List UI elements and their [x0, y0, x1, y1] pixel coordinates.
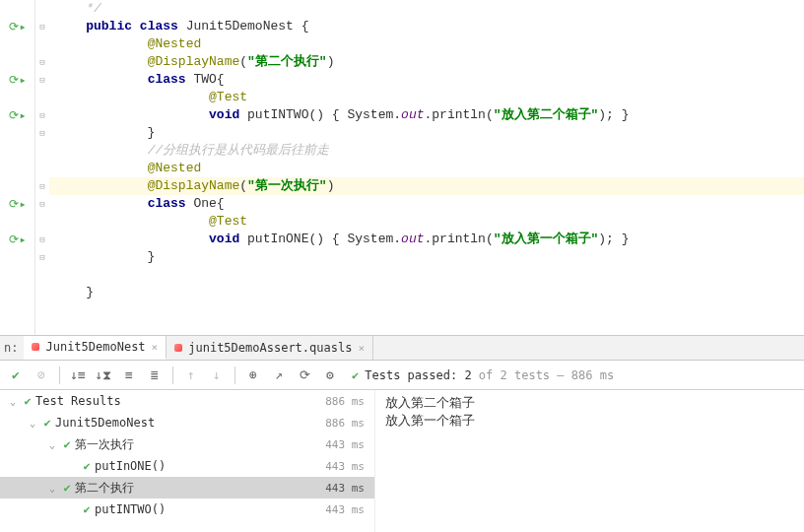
separator: [59, 366, 60, 384]
code-line[interactable]: @Test: [49, 89, 804, 106]
code-line[interactable]: void putINTWO() { System.out.println("放入…: [49, 106, 804, 124]
settings-button[interactable]: ⚙: [318, 364, 342, 387]
fold-toggle[interactable]: ⊟: [35, 124, 49, 142]
test-tree-row[interactable]: ✔putINTWO()443 ms: [0, 499, 374, 520]
run-gutter-icon[interactable]: ⟳▸: [0, 18, 35, 35]
expand-all-button[interactable]: ≡: [117, 364, 141, 387]
pass-icon: ✔: [352, 368, 359, 382]
run-tab[interactable]: Junit5DemoNest×: [24, 336, 167, 360]
tree-twist-icon[interactable]: ⌄: [45, 439, 59, 450]
results-pane: ⌄✔Test Results886 ms⌄✔Junit5DemoNest886 …: [0, 390, 804, 532]
tree-time: 443 ms: [325, 482, 374, 495]
run-gutter-icon[interactable]: ⟳▸: [0, 71, 35, 89]
test-pass-icon: ✔: [79, 459, 95, 473]
fold-toggle[interactable]: ⊟: [35, 177, 49, 195]
separator: [172, 366, 173, 384]
import-tests-button[interactable]: ⊕: [241, 364, 265, 387]
code-line[interactable]: }: [49, 248, 804, 266]
close-icon[interactable]: ×: [152, 341, 159, 354]
tree-twist-icon[interactable]: ⌄: [26, 418, 39, 429]
test-output[interactable]: 放入第二个箱子放入第一个箱子: [374, 390, 804, 532]
tree-label: putInONE(): [95, 459, 325, 473]
run-config-icon: [174, 344, 182, 352]
tree-twist-icon[interactable]: ⌄: [6, 396, 20, 407]
code-line[interactable]: }: [49, 124, 804, 142]
prev-failed-button[interactable]: ↑: [179, 364, 203, 387]
tree-label: 第一次执行: [75, 436, 325, 453]
code-line[interactable]: //分组执行是从代码最后往前走: [49, 142, 804, 160]
code-line[interactable]: public class Junit5DemoNest {: [49, 18, 804, 35]
code-line[interactable]: @DisplayName("第二个执行"): [49, 53, 804, 71]
code-line[interactable]: @Nested: [49, 35, 804, 53]
fold-toggle[interactable]: ⊟: [35, 53, 49, 71]
test-toolbar: ✔ ⊘ ↓≡ ↓⧗ ≡ ≣ ↑ ↓ ⊕ ↗ ⟳ ⚙ ✔ Tests passed…: [0, 361, 804, 390]
code-line[interactable]: @Nested: [49, 160, 804, 177]
test-tree-row[interactable]: ⌄✔Junit5DemoNest886 ms: [0, 412, 374, 433]
code-line[interactable]: */: [49, 0, 804, 18]
fold-toggle[interactable]: ⊟: [35, 248, 49, 266]
run-gutter-icon[interactable]: ⟳▸: [0, 231, 35, 248]
separator: [234, 366, 235, 384]
run-tab-strip: n: Junit5DemoNest×junit5DemoAssert.quasl…: [0, 335, 804, 361]
sort-duration-button[interactable]: ↓⧗: [92, 364, 115, 387]
run-gutter-icon[interactable]: ⟳▸: [0, 195, 35, 213]
run-tab[interactable]: junit5DemoAssert.quasls×: [167, 336, 373, 360]
tree-label: Junit5DemoNest: [55, 416, 325, 430]
fold-toggle[interactable]: ⊟: [35, 106, 49, 124]
output-line: 放入第一个箱子: [385, 412, 794, 430]
tree-label: 第二个执行: [75, 480, 325, 497]
history-button[interactable]: ⟳: [293, 364, 316, 387]
tree-twist-icon[interactable]: ⌄: [45, 483, 59, 494]
tree-time: 443 ms: [325, 438, 374, 451]
tree-time: 886 ms: [325, 417, 374, 430]
progress-text: Tests passed: 2 of 2 tests – 886 ms: [365, 368, 614, 382]
fold-toggle[interactable]: ⊟: [35, 71, 49, 89]
test-tree[interactable]: ⌄✔Test Results886 ms⌄✔Junit5DemoNest886 …: [0, 390, 374, 532]
tree-time: 443 ms: [325, 460, 374, 473]
sort-alpha-button[interactable]: ↓≡: [66, 364, 90, 387]
tree-label: Test Results: [35, 394, 325, 408]
test-tree-row[interactable]: ⌄✔第二个执行443 ms: [0, 477, 374, 499]
code-line[interactable]: class One{: [49, 195, 804, 213]
test-tree-row[interactable]: ⌄✔第一次执行443 ms: [0, 433, 374, 455]
fold-column: ⊟⊟⊟⊟⊟⊟⊟⊟⊟: [35, 0, 49, 335]
test-tree-row[interactable]: ✔putInONE()443 ms: [0, 455, 374, 477]
output-line: 放入第二个箱子: [385, 394, 794, 412]
code-editor[interactable]: ⟳▸⟳▸⟳▸⟳▸⟳▸ ⊟⊟⊟⊟⊟⊟⊟⊟⊟ */ public class Jun…: [0, 0, 804, 335]
test-tree-row[interactable]: ⌄✔Test Results886 ms: [0, 390, 374, 412]
fold-toggle[interactable]: ⊟: [35, 195, 49, 213]
code-line[interactable]: @DisplayName("第一次执行"): [49, 177, 804, 195]
code-line[interactable]: @Test: [49, 213, 804, 231]
test-pass-icon: ✔: [79, 502, 95, 516]
tree-time: 886 ms: [325, 395, 374, 408]
tree-time: 443 ms: [325, 503, 374, 516]
test-pass-icon: ✔: [20, 394, 35, 408]
run-config-icon: [32, 343, 39, 351]
run-prefix: n:: [0, 341, 24, 355]
editor-gutter: ⟳▸⟳▸⟳▸⟳▸⟳▸: [0, 0, 35, 335]
test-pass-icon: ✔: [39, 416, 55, 430]
fold-toggle[interactable]: ⊟: [35, 18, 49, 35]
collapse-all-button[interactable]: ≣: [143, 364, 167, 387]
code-line[interactable]: void putInONE() { System.out.println("放入…: [49, 231, 804, 248]
test-pass-icon: ✔: [59, 437, 75, 451]
tab-label: Junit5DemoNest: [45, 340, 145, 354]
code-line[interactable]: }: [49, 284, 804, 301]
next-failed-button[interactable]: ↓: [205, 364, 229, 387]
test-pass-icon: ✔: [59, 481, 75, 495]
show-ignored-toggle[interactable]: ⊘: [30, 364, 53, 387]
code-area[interactable]: */ public class Junit5DemoNest { @Nested…: [49, 0, 804, 335]
code-line[interactable]: class TWO{: [49, 71, 804, 89]
progress-summary: ✔ Tests passed: 2 of 2 tests – 886 ms: [344, 368, 800, 382]
fold-toggle[interactable]: ⊟: [35, 231, 49, 248]
show-passed-toggle[interactable]: ✔: [4, 364, 28, 387]
run-gutter-icon[interactable]: ⟳▸: [0, 106, 35, 124]
export-tests-button[interactable]: ↗: [267, 364, 291, 387]
close-icon[interactable]: ×: [358, 342, 365, 355]
tree-label: putINTWO(): [95, 502, 325, 516]
tab-label: junit5DemoAssert.quasls: [188, 341, 352, 355]
